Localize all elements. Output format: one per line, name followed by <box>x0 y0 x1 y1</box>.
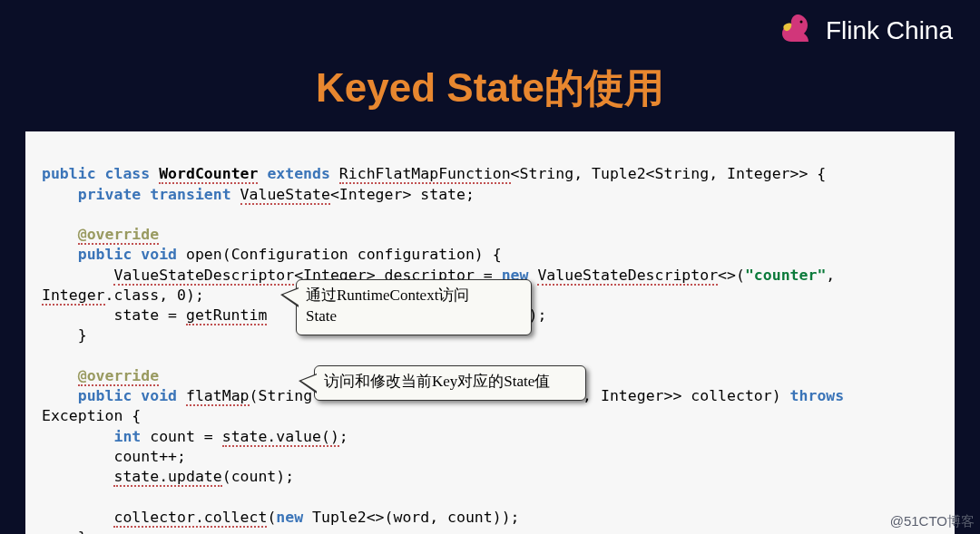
callout-runtime-context: 通过RuntimeContext访问 State <box>296 279 532 335</box>
callout-key-state: 访问和修改当前Key对应的State值 <box>314 365 586 401</box>
brand-name: Flink China <box>826 16 953 45</box>
page-title: Keyed State的使用 <box>0 62 980 115</box>
code-block: public class WordCounter extends RichFla… <box>25 131 955 534</box>
watermark: @51CTO博客 <box>890 513 975 530</box>
svg-point-0 <box>799 21 802 24</box>
squirrel-icon <box>771 9 815 53</box>
